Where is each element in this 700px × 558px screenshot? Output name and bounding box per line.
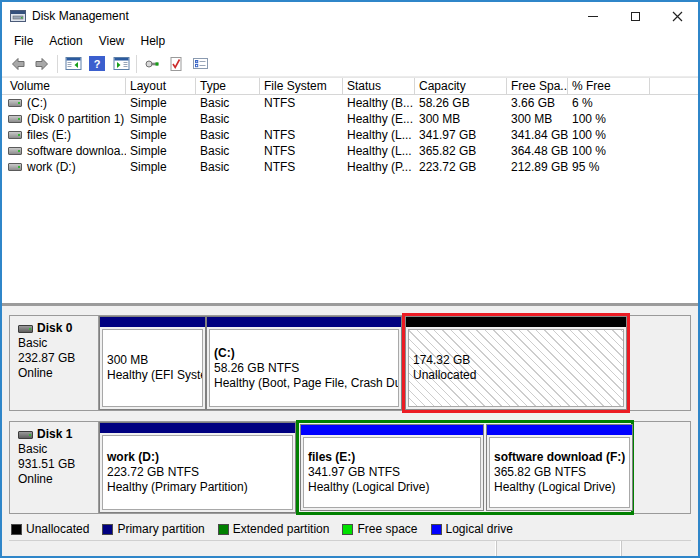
partition-size: 174.32 GB: [413, 353, 619, 368]
partition-status: Healthy (Logical Drive): [308, 480, 476, 495]
disk-status: Online: [18, 472, 94, 487]
show-console-tree-button[interactable]: [61, 53, 85, 75]
volume-type: Basic: [196, 143, 260, 159]
volume-icon: [8, 131, 22, 139]
forward-button[interactable]: [30, 53, 54, 75]
extended-partition-swatch: [218, 524, 229, 535]
disk-0-label[interactable]: Disk 0 Basic 232.87 GB Online: [10, 316, 99, 410]
volume-status: Healthy (E...: [343, 111, 415, 127]
volume-pct-free: 100 %: [568, 143, 650, 159]
volume-status: Healthy (L...: [343, 127, 415, 143]
menu-help[interactable]: Help: [133, 32, 174, 50]
column-header-file-system[interactable]: File System: [260, 78, 343, 94]
volume-layout: Simple: [126, 111, 196, 127]
volume-name: software downloa...: [27, 143, 126, 159]
table-row[interactable]: software downloa... Simple Basic NTFS He…: [2, 143, 698, 159]
partition-status: Unallocated: [413, 368, 619, 383]
disk-1-row: Disk 1 Basic 931.51 GB Online work (D:) …: [9, 421, 691, 514]
unallocated-swatch: [11, 524, 22, 535]
minimize-button[interactable]: [572, 2, 614, 30]
legend-item-logical-drive: Logical drive: [431, 522, 513, 536]
menu-action[interactable]: Action: [41, 32, 90, 50]
close-button[interactable]: [656, 2, 698, 30]
check-document-button[interactable]: [164, 53, 188, 75]
column-header-volume[interactable]: Volume: [2, 78, 126, 94]
partition-size: 365.82 GB NTFS: [494, 465, 625, 480]
partition-efi-system[interactable]: 300 MB Healthy (EFI Syster: [99, 316, 206, 410]
legend-label: Extended partition: [233, 522, 330, 536]
volume-free: 300 MB: [507, 111, 568, 127]
volume-fs: NTFS: [260, 95, 343, 111]
legend-label: Logical drive: [446, 522, 513, 536]
volume-fs: NTFS: [260, 127, 343, 143]
check-document-icon: [168, 56, 184, 72]
properties-list-icon: [192, 56, 209, 71]
volume-name: (C:): [27, 95, 47, 111]
volume-icon: [8, 147, 22, 155]
status-panel: [622, 541, 691, 556]
partition-unallocated[interactable]: 174.32 GB Unallocated: [405, 316, 627, 410]
disk-size: 931.51 GB: [18, 457, 94, 472]
show-action-pane-button[interactable]: [109, 53, 133, 75]
properties-list-button[interactable]: [188, 53, 212, 75]
volume-type: Basic: [196, 159, 260, 175]
partition-name: files (E:): [308, 450, 476, 465]
disk-name: Disk 0: [37, 321, 72, 336]
legend-item-extended-partition: Extended partition: [218, 522, 330, 536]
volume-layout: Simple: [126, 127, 196, 143]
column-header-status[interactable]: Status: [343, 78, 415, 94]
logical-drive-swatch: [431, 524, 442, 535]
volume-capacity: 223.72 GB: [415, 159, 507, 175]
maximize-button[interactable]: [614, 2, 656, 30]
minimize-icon: [588, 16, 598, 17]
volume-capacity: 58.26 GB: [415, 95, 507, 111]
forward-icon: [34, 56, 50, 72]
volume-table-header: Volume Layout Type File System Status Ca…: [2, 77, 698, 95]
partition-work-d[interactable]: work (D:) 223.72 GB NTFS Healthy (Primar…: [99, 422, 296, 513]
column-header-type[interactable]: Type: [196, 78, 260, 94]
table-row[interactable]: files (E:) Simple Basic NTFS Healthy (L.…: [2, 127, 698, 143]
partition-software-download-f[interactable]: software download (F:) 365.82 GB NTFS He…: [486, 424, 633, 511]
disk-status: Online: [18, 366, 94, 381]
disk-management-window: Disk Management File Action View Help: [0, 0, 700, 558]
status-bar: [9, 540, 691, 556]
disk-size: 232.87 GB: [18, 351, 94, 366]
pane-splitter[interactable]: [2, 303, 698, 310]
volume-capacity: 341.97 GB: [415, 127, 507, 143]
column-header-capacity[interactable]: Capacity: [415, 78, 507, 94]
volume-free: 364.48 GB: [507, 143, 568, 159]
menu-bar: File Action View Help: [2, 30, 698, 51]
tool-button[interactable]: [140, 53, 164, 75]
back-button[interactable]: [6, 53, 30, 75]
help-button[interactable]: ?: [85, 53, 109, 75]
partition-header: [487, 425, 632, 435]
column-header-pct-free[interactable]: % Free: [568, 78, 650, 94]
partition-c-drive[interactable]: (C:) 58.26 GB NTFS Healthy (Boot, Page F…: [206, 316, 402, 410]
volume-layout: Simple: [126, 159, 196, 175]
legend-label: Primary partition: [117, 522, 204, 536]
partition-header: [207, 317, 401, 327]
menu-view[interactable]: View: [91, 32, 133, 50]
volume-status: Healthy (B...: [343, 95, 415, 111]
volume-fs: NTFS: [260, 159, 343, 175]
title-bar: Disk Management: [2, 2, 698, 30]
volume-layout: Simple: [126, 95, 196, 111]
partition-size: 341.97 GB NTFS: [308, 465, 476, 480]
volume-type: Basic: [196, 111, 260, 127]
menu-file[interactable]: File: [6, 32, 41, 50]
disk-management-app-icon: [10, 9, 26, 23]
disk-1-label[interactable]: Disk 1 Basic 931.51 GB Online: [10, 422, 99, 513]
partition-status: Healthy (Boot, Page File, Crash Dump: [214, 376, 394, 391]
table-row[interactable]: work (D:) Simple Basic NTFS Healthy (P..…: [2, 159, 698, 175]
volume-pct-free: 100 %: [568, 111, 650, 127]
table-row[interactable]: (C:) Simple Basic NTFS Healthy (B... 58.…: [2, 95, 698, 111]
column-header-free-space[interactable]: Free Spa...: [507, 78, 568, 94]
column-header-layout[interactable]: Layout: [126, 78, 196, 94]
volume-name: files (E:): [27, 127, 71, 143]
primary-partition-swatch: [102, 524, 113, 535]
partition-files-e[interactable]: files (E:) 341.97 GB NTFS Healthy (Logic…: [300, 424, 484, 511]
table-row[interactable]: (Disk 0 partition 1) Simple Basic Health…: [2, 111, 698, 127]
partition-size: 58.26 GB NTFS: [214, 361, 394, 376]
tool-icon: [144, 56, 161, 71]
close-icon: [672, 11, 683, 22]
